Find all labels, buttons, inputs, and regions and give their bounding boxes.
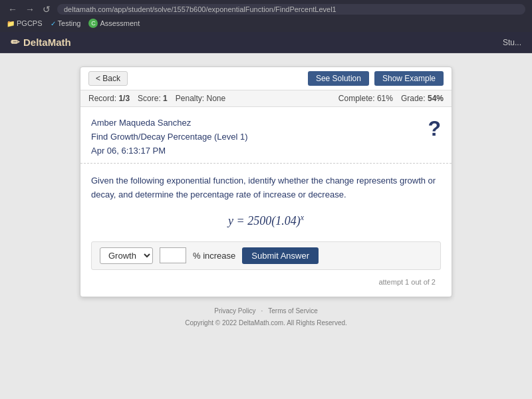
equation-exponent: x <box>301 213 304 222</box>
record-right: Complete: 61% Grade: 54% <box>338 94 444 103</box>
app-header: ✏ DeltaMath Stu... <box>0 32 532 53</box>
submit-answer-button[interactable]: Submit Answer <box>242 247 319 264</box>
problem-card: < Back See Solution Show Example Record:… <box>80 66 452 297</box>
problem-description: Given the following exponential function… <box>91 174 441 202</box>
app-logo-text: DeltaMath <box>23 37 71 48</box>
tab-assessment[interactable]: C Assessment <box>88 19 140 28</box>
growth-decay-select[interactable]: GrowthDecay <box>100 247 153 264</box>
logo-icon: ✏ <box>11 36 19 49</box>
complete-label: Complete: 61% <box>338 94 393 103</box>
equation-y: y <box>228 214 233 227</box>
refresh-nav-button[interactable]: ↺ <box>41 4 52 15</box>
record-bar: Record: 1/3 Score: 1 Penalty: None Compl… <box>80 90 452 107</box>
see-solution-button[interactable]: See Solution <box>308 71 369 86</box>
score-value: 1 <box>163 94 168 103</box>
footer-copyright: Copyright © 2022 DeltaMath.com. All Righ… <box>185 317 347 329</box>
percent-input[interactable] <box>160 247 186 263</box>
record-left: Record: 1/3 Score: 1 Penalty: None <box>88 94 225 103</box>
app-logo: ✏ DeltaMath <box>11 36 71 49</box>
check-icon: ✓ <box>51 20 56 27</box>
grade-label: Grade: 54% <box>401 94 444 103</box>
header-student: Stu... <box>503 38 521 47</box>
attempt-text: attempt 1 out of 2 <box>91 275 441 291</box>
assessment-icon: C <box>88 19 98 28</box>
page-footer: Privacy Policy · Terms of Service Copyri… <box>185 297 347 332</box>
penalty-label: Penalty: None <box>176 94 225 103</box>
record-value: 1/3 <box>118 94 130 103</box>
footer-divider: · <box>261 305 263 317</box>
tab-pgcps[interactable]: 📁 PGCPS <box>7 19 43 27</box>
equation-equals: = <box>233 214 247 227</box>
main-content: < Back See Solution Show Example Record:… <box>0 53 532 399</box>
browser-nav: ← → ↺ deltamath.com/app/student/solve/15… <box>7 4 525 15</box>
folder-icon: 📁 <box>7 20 15 27</box>
math-equation: y = 2500(1.04)x <box>91 213 441 228</box>
percent-increase-label: % increase <box>193 251 235 261</box>
address-bar[interactable]: deltamath.com/app/student/solve/1557b600… <box>57 4 525 15</box>
card-topbar: < Back See Solution Show Example <box>80 67 452 90</box>
problem-info: Amber Maqueda Sanchez Find Growth/Decay … <box>80 107 452 164</box>
complete-value: 61% <box>377 94 393 103</box>
problem-type: Find Growth/Decay Percentage (Level 1) <box>91 130 248 144</box>
footer-links: Privacy Policy · Terms of Service <box>185 305 347 317</box>
problem-meta: Amber Maqueda Sanchez Find Growth/Decay … <box>91 116 248 158</box>
browser-tabs: 📁 PGCPS ✓ Testing C Assessment <box>7 17 525 29</box>
record-label: Record: 1/3 <box>88 94 130 103</box>
grade-value: 54% <box>428 94 444 103</box>
forward-nav-button[interactable]: → <box>24 4 36 15</box>
show-example-button[interactable]: Show Example <box>374 71 444 86</box>
tab-pgcps-label: PGCPS <box>17 19 43 27</box>
tab-testing[interactable]: ✓ Testing <box>51 19 81 27</box>
answer-row: GrowthDecay % increase Submit Answer <box>91 241 441 270</box>
back-nav-button[interactable]: ← <box>7 4 19 15</box>
penalty-value: None <box>206 94 225 103</box>
problem-body: Given the following exponential function… <box>80 164 452 297</box>
score-label: Score: 1 <box>138 94 168 103</box>
equation-coefficient: 2500 <box>247 214 271 227</box>
student-name: Amber Maqueda Sanchez <box>91 116 248 130</box>
back-button[interactable]: < Back <box>88 71 128 86</box>
problem-date: Apr 06, 6:13:17 PM <box>91 144 248 158</box>
equation-base: (1.04) <box>271 214 301 227</box>
topbar-right: See Solution Show Example <box>308 71 444 86</box>
help-icon[interactable]: ? <box>428 116 441 141</box>
tab-assessment-label: Assessment <box>100 19 140 27</box>
tab-testing-label: Testing <box>58 19 81 27</box>
privacy-policy-link[interactable]: Privacy Policy <box>214 305 255 317</box>
browser-chrome: ← → ↺ deltamath.com/app/student/solve/15… <box>0 0 532 32</box>
terms-of-service-link[interactable]: Terms of Service <box>268 305 317 317</box>
